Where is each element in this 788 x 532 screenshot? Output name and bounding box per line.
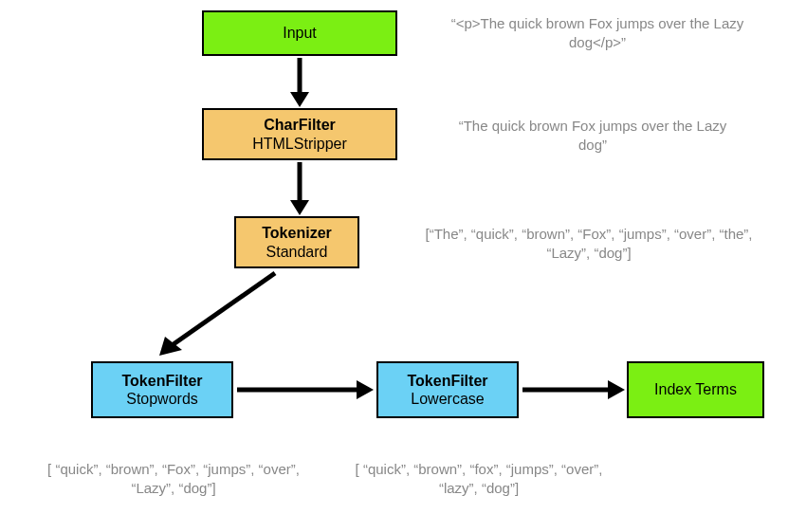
svg-marker-5 [159, 337, 182, 356]
node-tokenfilter-stopwords-title: TokenFilter [121, 372, 202, 390]
node-tokenfilter-stopwords-subtitle: Stopwords [126, 390, 198, 408]
svg-marker-1 [290, 92, 309, 107]
arrow-charfilter-to-tokenizer [284, 160, 315, 217]
node-charfilter: CharFilter HTMLStripper [202, 108, 397, 160]
arrow-stopwords-to-lowercase [235, 375, 376, 405]
node-tokenizer-subtitle: Standard [266, 243, 328, 261]
annotation-charfilter: “The quick brown Fox jumps over the Lazy… [446, 117, 740, 154]
node-tokenfilter-stopwords: TokenFilter Stopwords [91, 361, 233, 418]
arrow-lowercase-to-indexterms [521, 375, 627, 405]
svg-marker-3 [290, 200, 309, 215]
annotation-stopwords: [ “quick”, “brown”, “Fox”, “jumps”, “ove… [31, 460, 316, 497]
node-tokenfilter-lowercase-title: TokenFilter [407, 372, 487, 390]
svg-marker-9 [608, 380, 625, 399]
node-tokenizer-title: Tokenizer [262, 224, 332, 242]
arrow-input-to-charfilter [284, 56, 315, 109]
svg-marker-7 [357, 380, 374, 399]
node-index-terms-label: Index Terms [654, 380, 737, 398]
node-charfilter-subtitle: HTMLStripper [252, 135, 347, 153]
arrow-tokenizer-to-stopwords [142, 268, 294, 363]
node-charfilter-title: CharFilter [264, 116, 336, 134]
node-index-terms: Index Terms [627, 361, 764, 418]
annotation-input: “<p>The quick brown Fox jumps over the L… [446, 14, 749, 51]
node-input-label: Input [283, 24, 317, 42]
annotation-lowercase: [ “quick”, “brown”, “fox”, “jumps”, “ove… [337, 460, 621, 497]
node-tokenizer: Tokenizer Standard [234, 216, 359, 268]
svg-line-4 [171, 273, 275, 346]
node-tokenfilter-lowercase-subtitle: Lowercase [411, 390, 484, 408]
node-tokenfilter-lowercase: TokenFilter Lowercase [376, 361, 519, 418]
node-input: Input [202, 10, 397, 56]
annotation-tokenizer: [“The”, “quick”, “brown”, “Fox”, “jumps”… [413, 225, 764, 262]
